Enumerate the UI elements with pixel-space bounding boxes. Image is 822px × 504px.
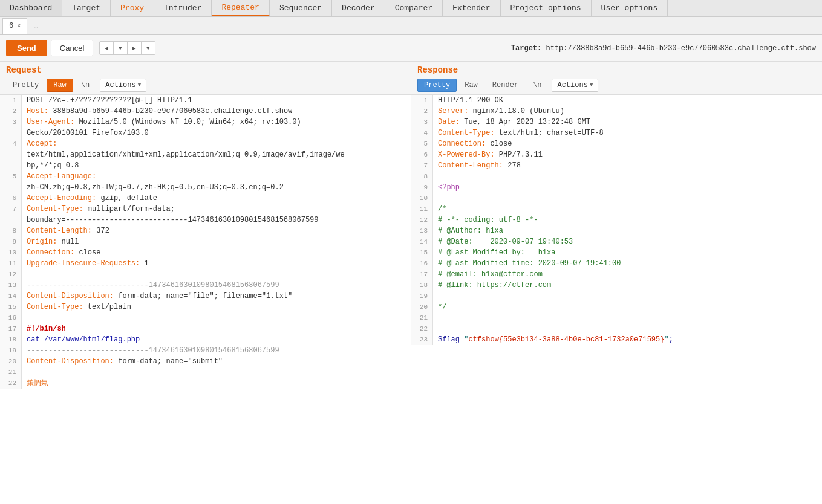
line-number: 9	[411, 182, 433, 193]
code-line: 22鎖惆氣	[0, 378, 411, 389]
line-number: 11	[0, 258, 22, 269]
tab-dots[interactable]: …	[28, 21, 43, 31]
code-line: 20*/	[411, 302, 822, 312]
nav-sequencer[interactable]: Sequencer	[270, 0, 332, 16]
line-number: 20	[0, 356, 22, 367]
code-line: 10Connection: close	[0, 247, 411, 258]
target-label: Target:	[511, 44, 541, 53]
code-line: 4Accept:	[0, 138, 411, 149]
request-code-area[interactable]: 1POST /?c=.+/???/????????[@-[] HTTP/1.12…	[0, 95, 411, 504]
line-content	[433, 291, 438, 302]
code-line: 19	[411, 291, 822, 302]
line-content	[433, 171, 438, 182]
line-number	[0, 215, 22, 225]
line-number: 10	[411, 193, 433, 204]
tab-6[interactable]: 6 ×	[2, 18, 27, 34]
line-content: boundary=----------------------------147…	[22, 215, 318, 225]
response-code-area[interactable]: 1HTTP/1.1 200 OK2Server: nginx/1.18.0 (U…	[411, 95, 822, 504]
cancel-button[interactable]: Cancel	[51, 40, 93, 56]
code-line: 9<?php	[411, 182, 822, 193]
code-line: 6X-Powered-By: PHP/7.3.11	[411, 149, 822, 160]
nav-decoder[interactable]: Decoder	[332, 0, 385, 16]
line-number: 12	[411, 215, 433, 225]
code-line: 13# @Author: h1xa	[411, 225, 822, 236]
line-content: # @Last Modified time: 2020-09-07 19:41:…	[433, 258, 621, 269]
code-line: 15Content-Type: text/plain	[0, 302, 411, 312]
line-content: HTTP/1.1 200 OK	[433, 95, 503, 106]
line-content	[22, 269, 27, 280]
code-line: 8Content-Length: 372	[0, 225, 411, 236]
line-number: 4	[0, 138, 22, 149]
code-line: 13----------------------------1473461630…	[0, 280, 411, 291]
request-tab-raw[interactable]: Raw	[47, 79, 73, 92]
code-line: Gecko/20100101 Firefox/103.0	[0, 128, 411, 138]
line-content: # @Last Modified by: h1xa	[433, 247, 555, 258]
line-content: # @email: h1xa@ctfer.com	[433, 269, 543, 280]
nav-extender[interactable]: Extender	[443, 0, 500, 16]
request-tab-pretty[interactable]: Pretty	[6, 79, 45, 92]
line-content: Content-Length: 372	[22, 225, 109, 236]
line-number: 13	[411, 225, 433, 236]
line-content: Origin: null	[22, 236, 79, 247]
tab-6-close[interactable]: ×	[17, 23, 21, 30]
response-tab-pretty[interactable]: Pretty	[417, 79, 457, 92]
line-content	[433, 193, 438, 204]
tab-6-label: 6	[9, 22, 13, 30]
line-number: 14	[0, 291, 22, 302]
response-panel: Response Pretty Raw Render \n Actions ▼ …	[411, 62, 822, 504]
nav-proxy[interactable]: Proxy	[111, 0, 154, 16]
code-line: 14Content-Disposition: form-data; name="…	[0, 291, 411, 302]
request-tab-n[interactable]: \n	[74, 79, 96, 92]
line-number: 3	[411, 117, 433, 128]
line-content	[433, 323, 438, 334]
code-line: 11Upgrade-Insecure-Requests: 1	[0, 258, 411, 269]
code-line: bp,*/*;q=0.8	[0, 160, 411, 171]
line-content: Content-Type: text/plain	[22, 302, 131, 312]
line-number: 3	[0, 117, 22, 128]
line-content: POST /?c=.+/???/????????[@-[] HTTP/1.1	[22, 95, 192, 106]
line-content: Content-Type: text/html; charset=UTF-8	[433, 128, 604, 138]
response-tab-n[interactable]: \n	[526, 79, 548, 92]
response-actions-button[interactable]: Actions ▼	[552, 79, 598, 92]
line-content: #!/bin/sh	[22, 323, 66, 334]
line-content: text/html,application/xhtml+xml,applicat…	[22, 149, 345, 160]
line-number: 19	[411, 291, 433, 302]
request-panel: Request Pretty Raw \n Actions ▼ 1POST /?…	[0, 62, 411, 504]
line-number: 21	[411, 312, 433, 323]
line-number: 13	[0, 280, 22, 291]
code-line: 12# -*- coding: utf-8 -*-	[411, 215, 822, 225]
nav-prev-button[interactable]: ◂	[100, 42, 114, 54]
line-number: 14	[411, 236, 433, 247]
request-title: Request	[6, 65, 405, 75]
nav-next-dropdown[interactable]: ▾	[142, 42, 155, 54]
nav-repeater[interactable]: Repeater	[212, 0, 269, 16]
tab-bar: 6 × …	[0, 17, 822, 35]
line-content: ----------------------------147346163010…	[22, 345, 279, 356]
line-number	[0, 160, 22, 171]
line-number	[0, 149, 22, 160]
code-line: 3Date: Tue, 18 Apr 2023 13:22:48 GMT	[411, 117, 822, 128]
code-line: 14# @Date: 2020-09-07 19:40:53	[411, 236, 822, 247]
nav-comparer[interactable]: Comparer	[385, 0, 443, 16]
response-tab-render[interactable]: Render	[486, 79, 525, 92]
line-content: 鎖惆氣	[22, 378, 48, 389]
nav-dashboard[interactable]: Dashboard	[0, 0, 62, 16]
nav-user-options[interactable]: User options	[592, 0, 668, 16]
line-number: 17	[411, 269, 433, 280]
nav-prev-dropdown[interactable]: ▾	[114, 42, 128, 54]
request-header: Request Pretty Raw \n Actions ▼	[0, 62, 411, 95]
request-actions-button[interactable]: Actions ▼	[100, 79, 146, 92]
line-number: 22	[0, 378, 22, 389]
nav-project-options[interactable]: Project options	[501, 0, 592, 16]
send-button[interactable]: Send	[6, 40, 47, 56]
line-number: 21	[0, 367, 22, 378]
line-number: 6	[0, 193, 22, 204]
code-line: 5Connection: close	[411, 138, 822, 149]
nav-intruder[interactable]: Intruder	[154, 0, 212, 16]
line-content: */	[433, 302, 446, 312]
line-number: 5	[0, 171, 22, 182]
code-line: 11/*	[411, 204, 822, 215]
nav-next-button[interactable]: ▸	[128, 42, 142, 54]
nav-target[interactable]: Target	[62, 0, 111, 16]
response-tab-raw[interactable]: Raw	[458, 79, 484, 92]
